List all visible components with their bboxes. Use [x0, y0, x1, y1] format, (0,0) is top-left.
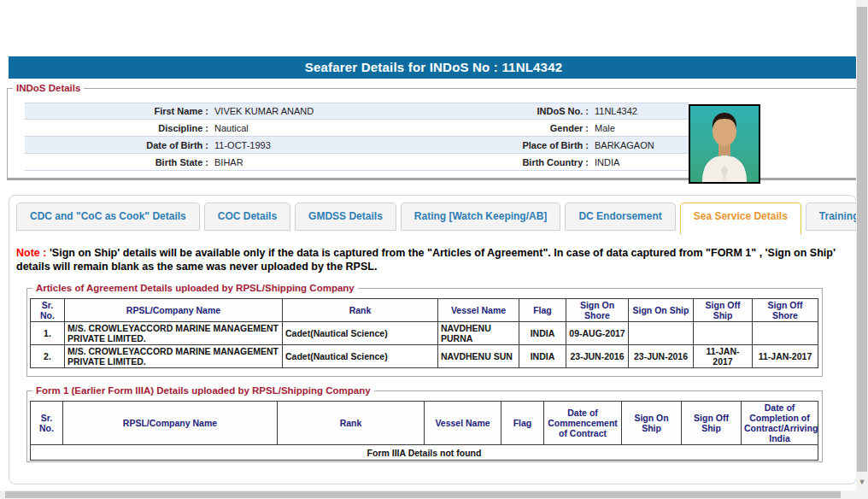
- tab-sea-service-details[interactable]: Sea Service Details: [680, 203, 801, 235]
- seafarer-photo: [689, 104, 760, 184]
- discipline-label: Discipline :: [25, 123, 208, 133]
- articles-of-agreement-table: Sr. No. RPSL/Company Name Rank Vessel Na…: [30, 298, 818, 368]
- cell-company-name: M/S. CROWLEYACCORD MARINE MANAGEMENT PRI…: [65, 322, 283, 345]
- cell-sign-on-ship: 23-JUN-2016: [629, 345, 694, 368]
- place-of-birth-label: Place of Birth :: [486, 140, 589, 150]
- birth-country-label: Birth Country :: [486, 157, 589, 167]
- col-sr-no: Sr. No.: [31, 299, 65, 322]
- cell-flag: INDIA: [519, 345, 566, 368]
- gender-value: Male: [589, 123, 689, 133]
- horizontal-scrollbar[interactable]: [0, 490, 856, 499]
- sea-service-panel: CDC and "CoC as Cook" Details COC Detail…: [9, 195, 857, 484]
- col-sign-off-shore: Sign Off Shore: [753, 299, 818, 322]
- col-company-name: RPSL/Company Name: [65, 299, 283, 322]
- indos-row: First Name : VIVEK KUMAR ANAND INDoS No.…: [25, 103, 689, 120]
- tab-dc-endorsement[interactable]: DC Endorsement: [565, 203, 675, 231]
- cell-sign-on-shore: 09-AUG-2017: [566, 322, 629, 345]
- form1-table: Sr. No. RPSL/Company Name Rank Vessel Na…: [30, 401, 818, 461]
- col-completion-date: Date of Completion of Contract/Arriving …: [742, 402, 818, 445]
- indos-row: Birth State : BIHAR Birth Country : INDI…: [25, 154, 689, 171]
- cell-sign-off-shore: [753, 322, 818, 345]
- cell-sign-off-ship: 11-JAN-2017: [694, 345, 753, 368]
- discipline-value: Nautical: [208, 123, 486, 133]
- col-vessel-name: Vessel Name: [425, 402, 501, 445]
- col-sign-off-ship: Sign Off Ship: [682, 402, 742, 445]
- cell-rank: Cadet(Nautical Science): [283, 322, 438, 345]
- table-row: 2. M/S. CROWLEYACCORD MARINE MANAGEMENT …: [31, 345, 818, 368]
- vertical-scrollbar-thumb[interactable]: [857, 7, 867, 472]
- col-sign-off-ship: Sign Off Ship: [694, 299, 753, 322]
- col-sr-no: Sr. No.: [31, 402, 63, 445]
- indos-no-label: INDoS No. :: [486, 106, 589, 116]
- indos-row: Discipline : Nautical Gender : Male: [25, 120, 689, 137]
- col-rank: Rank: [278, 402, 425, 445]
- cell-flag: INDIA: [519, 322, 566, 345]
- note-prefix: Note :: [16, 247, 50, 259]
- articles-of-agreement-legend: Articles of Agreement Details uploaded b…: [32, 283, 358, 293]
- col-company-name: RPSL/Company Name: [63, 402, 278, 445]
- place-of-birth-value: BARKAGAON: [589, 140, 689, 150]
- page-title: Seafarer Details for INDoS No : 11NL4342: [9, 56, 859, 79]
- cell-sr-no: 2.: [31, 345, 65, 368]
- scroll-down-arrow-icon[interactable]: ▼: [856, 475, 868, 489]
- vertical-scrollbar[interactable]: ▼: [856, 0, 868, 499]
- cell-vessel-name: NAVDHENU PURNA: [438, 322, 519, 345]
- horizontal-scrollbar-thumb[interactable]: [5, 491, 841, 498]
- seafarer-photo-image: [690, 106, 759, 182]
- indos-no-value: 11NL4342: [589, 106, 689, 116]
- date-of-birth-value: 11-OCT-1993: [208, 140, 486, 150]
- table-row: 1. M/S. CROWLEYACCORD MARINE MANAGEMENT …: [31, 322, 818, 345]
- birth-country-value: INDIA: [589, 157, 689, 167]
- col-sign-on-ship: Sign On Ship: [629, 299, 694, 322]
- tab-rating-watch-keeping[interactable]: Rating [Watch Keeping/AB]: [401, 203, 561, 231]
- cell-sign-on-shore: 23-JUN-2016: [566, 345, 629, 368]
- form1-fieldset: Form 1 (Earlier Form IIIA) Details uploa…: [26, 385, 823, 462]
- form-iiia-not-found-message: Form IIIA Details not found: [31, 445, 818, 461]
- gender-label: Gender :: [486, 123, 589, 133]
- indos-details-fieldset: INDoS Details First Name : VIVEK KUMAR A…: [7, 83, 859, 179]
- col-flag: Flag: [519, 299, 566, 322]
- indos-details-table: First Name : VIVEK KUMAR ANAND INDoS No.…: [25, 103, 689, 171]
- first-name-value: VIVEK KUMAR ANAND: [208, 106, 486, 116]
- table-header-row: Sr. No. RPSL/Company Name Rank Vessel Na…: [31, 299, 818, 322]
- tab-cdc-coc-cook-details[interactable]: CDC and "CoC as Cook" Details: [16, 203, 200, 231]
- col-rank: Rank: [283, 299, 438, 322]
- table-header-row: Sr. No. RPSL/Company Name Rank Vessel Na…: [31, 402, 818, 445]
- cell-sign-on-ship: [629, 322, 694, 345]
- sign-on-ship-note: Note : 'Sign on Ship' details will be av…: [16, 247, 849, 273]
- cell-sign-off-ship: [694, 322, 753, 345]
- col-sign-on-shore: Sign On Shore: [566, 299, 629, 322]
- empty-row: Form IIIA Details not found: [31, 445, 818, 461]
- indos-row: Date of Birth : 11-OCT-1993 Place of Bir…: [25, 137, 689, 154]
- first-name-label: First Name :: [25, 106, 208, 116]
- col-sign-on-ship: Sign On Ship: [622, 402, 682, 445]
- cell-vessel-name: NAVDHENU SUN: [438, 345, 519, 368]
- cell-sr-no: 1.: [31, 322, 65, 345]
- articles-of-agreement-fieldset: Articles of Agreement Details uploaded b…: [26, 283, 823, 377]
- tab-gmdss-details[interactable]: GMDSS Details: [295, 203, 396, 231]
- col-flag: Flag: [501, 402, 544, 445]
- form1-legend: Form 1 (Earlier Form IIIA) Details uploa…: [32, 385, 374, 396]
- tab-coc-details[interactable]: COC Details: [204, 203, 290, 231]
- birth-state-label: Birth State :: [25, 157, 208, 167]
- note-text: 'Sign on Ship' details will be available…: [16, 247, 836, 273]
- birth-state-value: BIHAR: [208, 157, 486, 167]
- col-commencement-date: Date of Commencement of Contract: [544, 402, 622, 445]
- tab-bar: CDC and "CoC as Cook" Details COC Detail…: [16, 203, 868, 231]
- cell-company-name: M/S. CROWLEYACCORD MARINE MANAGEMENT PRI…: [65, 345, 283, 368]
- indos-details-legend: INDoS Details: [13, 83, 84, 93]
- cell-sign-off-shore: 11-JAN-2017: [753, 345, 818, 368]
- cell-rank: Cadet(Nautical Science): [283, 345, 438, 368]
- date-of-birth-label: Date of Birth :: [25, 140, 208, 150]
- col-vessel-name: Vessel Name: [438, 299, 519, 322]
